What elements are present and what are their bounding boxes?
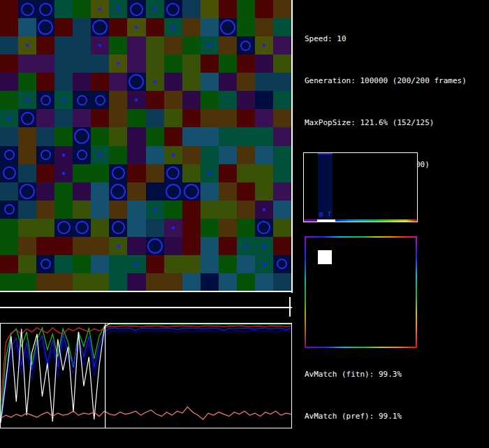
grid-cell <box>182 36 200 55</box>
grid-cell <box>18 273 36 291</box>
grid-cell <box>109 237 127 255</box>
grid-cell <box>91 109 109 127</box>
grid-cell <box>219 36 237 55</box>
grid-cell <box>36 109 54 127</box>
grid-cell <box>255 146 273 164</box>
grid-cell <box>200 0 219 18</box>
grid-cell <box>273 109 291 127</box>
grid-cell <box>0 146 18 164</box>
grid-cell <box>273 255 291 273</box>
grid-cell <box>0 18 18 36</box>
grid-cell <box>146 219 164 237</box>
grid-cell <box>164 0 182 18</box>
agent-circle <box>147 238 163 254</box>
agent-circle <box>112 166 125 180</box>
grid-cell <box>18 201 36 219</box>
grid-cell <box>219 127 237 145</box>
grid-cell <box>219 146 237 164</box>
grid-cell <box>182 219 200 237</box>
grid-cell <box>0 0 18 18</box>
grid-cell <box>0 255 18 273</box>
grid-cell <box>18 91 36 109</box>
grid-cell <box>219 109 237 127</box>
pref-border-left <box>305 236 306 348</box>
grid-cell <box>54 55 73 73</box>
grid-cell <box>36 237 54 255</box>
grid-cell <box>182 182 200 201</box>
agent-dot <box>26 44 29 47</box>
grid-cell <box>182 127 200 145</box>
grid-cell <box>182 201 200 219</box>
grid-cell <box>237 18 255 36</box>
grid-cell <box>200 219 219 237</box>
grid-cell <box>146 91 164 109</box>
grid-cell <box>54 255 73 273</box>
grid-cell <box>127 219 145 237</box>
hue-axis <box>304 219 417 222</box>
grid-cell <box>255 55 273 73</box>
grid-cell <box>91 164 109 182</box>
grid-cell <box>127 0 145 18</box>
grid-cell <box>127 182 145 201</box>
chart-series-pink <box>1 407 291 419</box>
agent-circle <box>39 3 52 16</box>
agent-circle <box>129 74 144 89</box>
grid-cell <box>18 127 36 145</box>
agent-dot <box>263 44 265 47</box>
grid-cell <box>18 36 36 55</box>
pref-border-bottom <box>305 347 417 348</box>
agent-dot <box>117 62 119 65</box>
grid-cell <box>0 219 18 237</box>
grid-cell <box>273 127 291 145</box>
grid-cell <box>0 36 18 55</box>
grid-cell <box>146 109 164 127</box>
grid-cell <box>182 91 200 109</box>
grid-cell <box>127 127 145 145</box>
agent-dot <box>154 208 156 211</box>
grid-cell <box>54 201 73 219</box>
grid-cell <box>73 36 91 55</box>
grid-cell <box>36 182 54 201</box>
grid-cell <box>255 73 273 91</box>
grid-cell <box>91 18 109 36</box>
grid-cell <box>182 55 200 73</box>
grid-cell <box>219 73 237 91</box>
grid-cell <box>273 73 291 91</box>
grid-cell <box>164 273 182 291</box>
grid-cell <box>109 255 127 273</box>
grid-cell <box>18 164 36 182</box>
grid-cell <box>109 109 127 127</box>
agent-dot <box>263 208 265 211</box>
agent-circle <box>240 41 251 51</box>
grid-cell <box>219 182 237 201</box>
grid-cell <box>219 237 237 255</box>
grid-cell <box>54 109 73 127</box>
grid-cell <box>91 182 109 201</box>
grid-cell <box>273 55 291 73</box>
grid-cell <box>200 109 219 127</box>
stats-panel: Speed: 10 Generation: 100000 (200/200 fr… <box>305 4 467 448</box>
grid-cell <box>0 91 18 109</box>
agent-dot <box>117 8 119 10</box>
grid-canvas[interactable] <box>0 0 291 291</box>
agent-circle <box>74 129 89 144</box>
grid-cell <box>0 273 18 291</box>
grid-cell <box>237 219 255 237</box>
grid-cell <box>146 201 164 219</box>
grid-cell <box>182 273 200 291</box>
grid-cell <box>237 0 255 18</box>
grid-cell <box>237 91 255 109</box>
grid-cell <box>73 273 91 291</box>
frame-progress-tick[interactable] <box>289 297 291 317</box>
grid-cell <box>109 273 127 291</box>
stat-generation: Generation: 100000 (200/200 frames) <box>305 74 467 88</box>
preference-square <box>318 250 332 264</box>
grid-cell <box>54 18 73 36</box>
grid-cell <box>127 91 145 109</box>
grid-cell <box>109 55 127 73</box>
grid-cell <box>18 146 36 164</box>
grid-cell <box>18 18 36 36</box>
grid-cell <box>91 255 109 273</box>
grid-cell <box>91 201 109 219</box>
grid-cell <box>182 18 200 36</box>
